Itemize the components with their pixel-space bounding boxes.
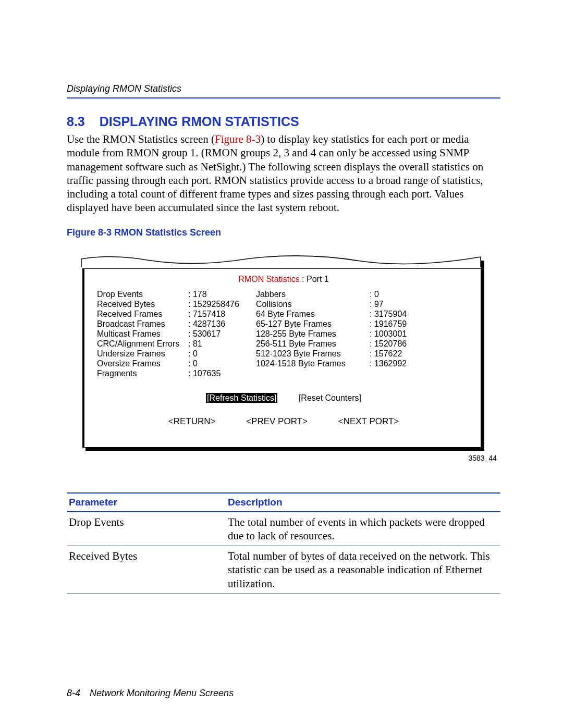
stat-value: : 157622 [370,349,470,359]
stat-value: : 3175904 [370,309,470,319]
param-name: Received Bytes [67,546,226,594]
figure-cross-ref[interactable]: Figure 8-3 [215,133,261,145]
nav-prev-port[interactable]: <PREV PORT> [246,416,308,426]
terminal-shadow [481,261,484,451]
stat-label: Drop Events [97,289,188,299]
stat-value: : 1520786 [370,339,470,349]
page-footer: 8-4Network Monitoring Menu Screens [67,688,234,699]
figure-id: 3583_44 [82,454,497,462]
stat-value: : 0 [188,349,256,359]
stat-value: : 81 [188,339,256,349]
terminal-torn-edge [82,253,481,268]
section-number: 8.3 [67,114,85,129]
param-desc: Total number of bytes of data received o… [226,546,500,594]
stat-label: Broadcast Frames [97,319,188,329]
terminal-shadow [85,448,484,451]
param-name: Drop Events [67,512,226,546]
table-row: Received Bytes Total number of bytes of … [67,546,500,594]
table-row: Drop Events The total number of events i… [67,512,500,547]
stat-value: : 4287136 [188,319,256,329]
col-header-parameter: Parameter [67,493,226,511]
stat-value: : 7157418 [188,309,256,319]
stat-label: Received Bytes [97,299,188,309]
reset-counters-button[interactable]: [Reset Counters] [299,393,361,403]
stat-label: 1024-1518 Byte Frames [256,359,370,368]
figure-caption: Figure 8-3 RMON Statistics Screen [67,227,500,238]
stat-label: Undersize Frames [97,349,188,359]
stat-value: : 530617 [188,329,256,339]
stat-label: Collisions [256,299,370,309]
stat-label: Received Frames [97,309,188,319]
stat-label: 256-511 Byte Frames [256,339,370,349]
stat-value: : 1003001 [370,329,470,339]
stat-value: : 107635 [188,368,256,378]
stat-value: : 1362992 [370,359,470,368]
terminal-title: RMON Statistics : Port 1 [97,274,470,284]
stat-value: : 0 [188,359,256,368]
stat-value: : 1916759 [370,319,470,329]
stat-label: 64 Byte Frames [256,309,370,319]
stats-grid: Drop Events Received Bytes Received Fram… [97,289,470,378]
stat-label: 65-127 Byte Frames [256,319,370,329]
stat-label: Fragments [97,368,188,378]
stat-value: : 97 [370,299,470,309]
terminal-figure: RMON Statistics : Port 1 Drop Events Rec… [82,253,481,448]
section-title-text: DISPLAYING RMON STATISTICS [100,114,299,129]
terminal-title-main: RMON Statistics [238,275,299,283]
section-heading: 8.3DISPLAYING RMON STATISTICS [67,114,500,129]
parameter-table: Parameter Description Drop Events The to… [67,492,500,594]
nav-next-port[interactable]: <NEXT PORT> [338,416,399,426]
terminal-title-port: : Port 1 [300,275,329,283]
page-number: 8-4 [67,688,80,698]
stat-label: CRC/Alignment Errors [97,339,188,349]
stat-value: : 0 [370,289,470,299]
section-body: Use the RMON Statistics screen (Figure 8… [67,132,500,215]
footer-title: Network Monitoring Menu Screens [90,688,234,698]
running-header: Displaying RMON Statistics [67,83,500,94]
refresh-statistics-button[interactable]: [Refresh Statistics] [206,393,277,403]
stat-label: Jabbers [256,289,370,299]
stat-value: : 178 [188,289,256,299]
stat-label: Oversize Frames [97,359,188,368]
stat-label: 512-1023 Byte Frames [256,349,370,359]
col-header-description: Description [226,493,500,511]
stat-value: : 1529258476 [188,299,256,309]
nav-return[interactable]: <RETURN> [168,416,216,426]
param-desc: The total number of events in which pack… [226,512,500,546]
stat-label: 128-255 Byte Frames [256,329,370,339]
header-rule [67,97,500,98]
stat-label: Multicast Frames [97,329,188,339]
